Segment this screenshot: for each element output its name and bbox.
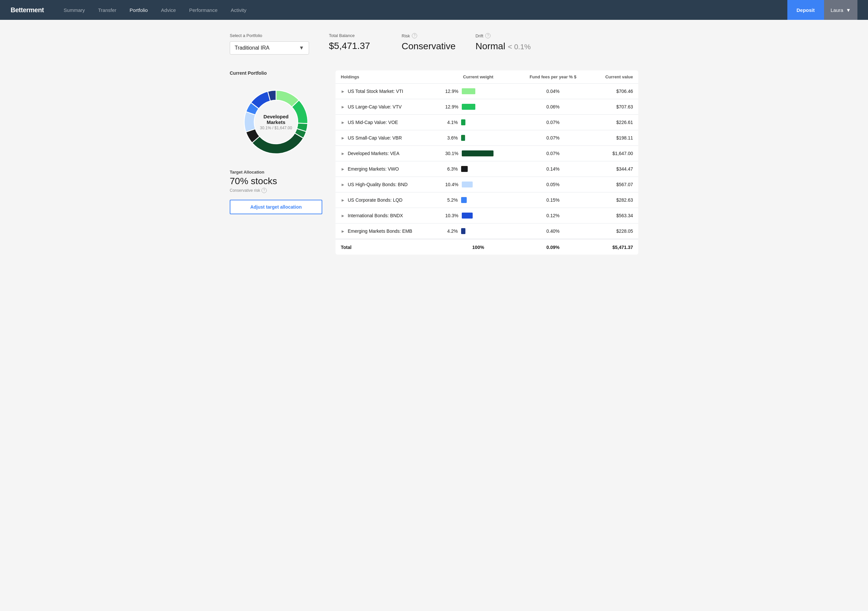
nav-link-portfolio[interactable]: Portfolio <box>123 0 154 20</box>
table-header: HoldingsCurrent weightFund fees per year… <box>335 70 638 84</box>
holding-name-8: International Bonds: BNDX <box>348 213 403 218</box>
table-row: ►Emerging Markets: VWO6.3%0.14%$344.47 <box>335 161 638 177</box>
holding-name-4: Developed Markets: VEA <box>348 151 399 156</box>
row-expand-icon-5[interactable]: ► <box>341 167 345 172</box>
nav-link-performance[interactable]: Performance <box>183 0 224 20</box>
balance-label: Total Balance <box>329 33 382 38</box>
drift-value: Normal < 0.1% <box>475 41 530 51</box>
weight-bar-2 <box>461 119 465 125</box>
table-body: ►US Total Stock Market: VTI12.9%0.04%$70… <box>335 84 638 255</box>
nav-link-summary[interactable]: Summary <box>57 0 91 20</box>
table-row: ►International Bonds: BNDX10.3%0.12%$563… <box>335 208 638 223</box>
portfolio-value: Traditional IRA <box>235 45 270 51</box>
drift-label: Drift ? <box>475 33 530 38</box>
holding-name-5: Emerging Markets: VWO <box>348 166 399 172</box>
user-chevron-icon: ▼ <box>846 7 851 13</box>
weight-bar-5 <box>461 166 468 172</box>
row-expand-icon-0[interactable]: ► <box>341 89 345 94</box>
nav-link-transfer[interactable]: Transfer <box>91 0 123 20</box>
nav-link-advice[interactable]: Advice <box>154 0 183 20</box>
holdings-table: HoldingsCurrent weightFund fees per year… <box>335 70 638 254</box>
holding-value-4: $1,647.00 <box>590 146 639 161</box>
brand-logo: Betterment <box>11 6 44 14</box>
balance-value: $5,471.37 <box>329 41 382 51</box>
weight-value-7: 5.2% <box>445 197 458 203</box>
user-name-label: Laura <box>831 7 843 13</box>
left-panel: Current Portfolio DevelopedMarkets 30.1%… <box>230 70 322 214</box>
row-expand-icon-6[interactable]: ► <box>341 182 345 187</box>
user-menu-button[interactable]: Laura ▼ <box>824 0 857 20</box>
weight-value-9: 4.2% <box>445 228 458 234</box>
nav-link-activity[interactable]: Activity <box>224 0 253 20</box>
table-row: ►US Total Stock Market: VTI12.9%0.04%$70… <box>335 84 638 99</box>
weight-bar-8 <box>462 212 473 219</box>
col-header-1: Current weight <box>440 70 516 84</box>
risk-info-icon[interactable]: ? <box>412 33 417 38</box>
risk-value: Conservative <box>401 41 456 51</box>
fees-value-1: 0.06% <box>516 99 589 115</box>
fees-value-6: 0.05% <box>516 177 589 192</box>
fees-value-4: 0.07% <box>516 146 589 161</box>
holding-name-6: US High-Quality Bonds: BND <box>348 182 408 187</box>
holding-name-0: US Total Stock Market: VTI <box>348 88 403 94</box>
weight-bar-4 <box>462 150 493 157</box>
top-row: Select a Portfolio Traditional IRA ▼ Tot… <box>230 33 638 54</box>
holding-name-9: Emerging Markets Bonds: EMB <box>348 228 412 234</box>
holding-value-2: $226.61 <box>590 115 639 130</box>
table-row: ►US Corporate Bonds: LQD5.2%0.15%$282.63 <box>335 192 638 208</box>
holding-name-1: US Large-Cap Value: VTV <box>348 104 401 109</box>
target-allocation: Target Allocation 70% stocks Conservativ… <box>230 170 322 214</box>
holding-name-2: US Mid-Cap Value: VOE <box>348 120 398 125</box>
weight-bar-0 <box>462 88 475 94</box>
row-expand-icon-3[interactable]: ► <box>341 136 345 141</box>
weight-bar-1 <box>462 104 475 110</box>
table-row: ►US Mid-Cap Value: VOE4.1%0.07%$226.61 <box>335 115 638 130</box>
col-header-0: Holdings <box>335 70 440 84</box>
row-expand-icon-2[interactable]: ► <box>341 120 345 125</box>
weight-value-3: 3.6% <box>445 135 458 141</box>
fees-value-9: 0.40% <box>516 223 589 239</box>
holding-value-8: $563.34 <box>590 208 639 223</box>
row-expand-icon-9[interactable]: ► <box>341 229 345 234</box>
table-row: ►US Small-Cap Value: VBR3.6%0.07%$198.11 <box>335 130 638 146</box>
weight-value-4: 30.1% <box>445 151 459 156</box>
nav-links: SummaryTransferPortfolioAdvicePerformanc… <box>57 0 787 20</box>
total-fees: 0.09% <box>516 239 589 254</box>
fees-value-5: 0.14% <box>516 161 589 177</box>
target-alloc-value: 70% stocks <box>230 176 322 186</box>
holding-value-3: $198.11 <box>590 130 639 146</box>
target-alloc-info-icon[interactable]: ? <box>262 188 267 193</box>
row-expand-icon-4[interactable]: ► <box>341 151 345 156</box>
fees-value-8: 0.12% <box>516 208 589 223</box>
weight-bar-7 <box>461 197 467 203</box>
col-header-3: Current value <box>590 70 639 84</box>
holding-value-7: $282.63 <box>590 192 639 208</box>
navbar-right: Deposit Laura ▼ <box>787 0 857 20</box>
fees-value-3: 0.07% <box>516 130 589 146</box>
row-expand-icon-1[interactable]: ► <box>341 104 345 109</box>
content-row: Current Portfolio DevelopedMarkets 30.1%… <box>230 70 638 254</box>
deposit-button[interactable]: Deposit <box>787 0 824 20</box>
adjust-target-allocation-button[interactable]: Adjust target allocation <box>230 200 322 214</box>
risk-block: Risk ? Conservative <box>401 33 456 51</box>
portfolio-dropdown[interactable]: Traditional IRA ▼ <box>230 41 309 54</box>
row-expand-icon-8[interactable]: ► <box>341 213 345 218</box>
total-label: Total <box>335 239 440 254</box>
total-weight: 100% <box>440 239 516 254</box>
drift-block: Drift ? Normal < 0.1% <box>475 33 530 51</box>
donut-center-label: DevelopedMarkets <box>260 114 292 125</box>
drift-info-icon[interactable]: ? <box>485 33 491 38</box>
weight-bar-6 <box>462 181 473 188</box>
total-balance-block: Total Balance $5,471.37 <box>329 33 382 51</box>
row-expand-icon-7[interactable]: ► <box>341 198 345 203</box>
weight-value-5: 6.3% <box>445 166 458 172</box>
donut-center-sub: 30.1% / $1,647.00 <box>260 126 292 130</box>
risk-label: Risk ? <box>401 33 456 38</box>
donut-chart: DevelopedMarkets 30.1% / $1,647.00 <box>236 82 316 162</box>
holding-name-3: US Small-Cap Value: VBR <box>348 135 402 141</box>
weight-value-1: 12.9% <box>445 104 459 109</box>
holding-name-7: US Corporate Bonds: LQD <box>348 197 403 203</box>
weight-value-2: 4.1% <box>445 120 458 125</box>
col-header-2: Fund fees per year % $ <box>516 70 589 84</box>
table-row: ►Developed Markets: VEA30.1%0.07%$1,647.… <box>335 146 638 161</box>
